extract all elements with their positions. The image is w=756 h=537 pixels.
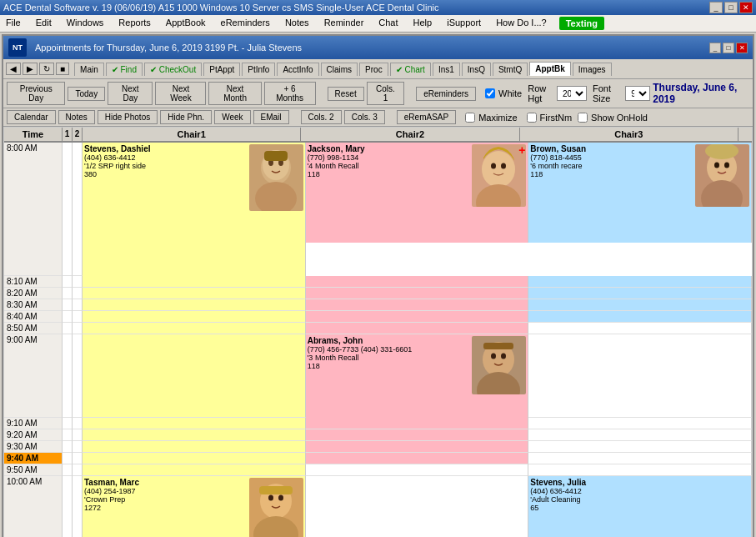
eremASAP-button[interactable]: eRemASAP bbox=[397, 110, 456, 124]
menu-apptbook[interactable]: ApptBook bbox=[163, 17, 208, 30]
tab-apptbk[interactable]: ApptBk bbox=[529, 62, 571, 76]
forward-button[interactable]: ▶ bbox=[23, 63, 38, 75]
cols1-button[interactable]: Cols. 1 bbox=[367, 82, 404, 105]
chair2-8-40[interactable] bbox=[306, 311, 529, 323]
tab-ins1[interactable]: Ins1 bbox=[433, 63, 460, 76]
font-size-select[interactable]: 91011 bbox=[625, 86, 650, 101]
chair3-9-20[interactable] bbox=[528, 429, 752, 441]
email-button[interactable]: EMail bbox=[253, 110, 289, 124]
next-month-button[interactable]: Next Month bbox=[208, 82, 261, 105]
chair1-9-30[interactable] bbox=[83, 441, 306, 453]
tab-ptinfo[interactable]: PtInfo bbox=[242, 63, 275, 76]
close-button[interactable]: ✕ bbox=[739, 2, 753, 13]
appt-stevens-dashiel[interactable]: Stevens, Dashiel (404) 636-4412 '1/2 SRP… bbox=[83, 143, 306, 276]
plus6-button[interactable]: + 6 Months bbox=[264, 82, 316, 105]
chair2-9-30[interactable] bbox=[306, 441, 529, 453]
cols2-button[interactable]: Cols. 2 bbox=[301, 110, 342, 124]
chair3-8-10[interactable] bbox=[528, 276, 752, 288]
chair1-9-10[interactable] bbox=[83, 418, 306, 429]
chair1-8-10[interactable] bbox=[83, 276, 306, 288]
chair3-8-20[interactable] bbox=[528, 288, 752, 299]
tab-ptappt[interactable]: PtAppt bbox=[203, 63, 240, 76]
white-checkbox[interactable] bbox=[485, 88, 495, 98]
calendar-button[interactable]: Calendar bbox=[7, 110, 56, 124]
menu-reports[interactable]: Reports bbox=[116, 17, 153, 30]
chair3-8-50[interactable] bbox=[528, 323, 752, 334]
chair1-8-20[interactable] bbox=[83, 288, 306, 299]
chair1-8-50[interactable] bbox=[83, 323, 306, 334]
maximize-button[interactable]: □ bbox=[724, 2, 738, 13]
chair3-9-50[interactable] bbox=[528, 464, 752, 476]
tab-find[interactable]: ✔ Find bbox=[106, 63, 143, 76]
appt-brown-susan[interactable]: Brown, Susan (770) 818-4455 '6 month rec… bbox=[528, 143, 752, 243]
menu-windows[interactable]: Windows bbox=[64, 17, 107, 30]
chair3-9-30[interactable] bbox=[528, 441, 752, 453]
tab-images[interactable]: Images bbox=[573, 63, 612, 76]
chair3-8-40[interactable] bbox=[528, 311, 752, 323]
menu-isupport[interactable]: iSupport bbox=[444, 17, 483, 30]
tab-chart[interactable]: ✔ Chart bbox=[390, 63, 431, 76]
tab-proc[interactable]: Proc bbox=[359, 63, 388, 76]
menu-howdoi[interactable]: How Do I...? bbox=[493, 17, 549, 30]
texting-button[interactable]: Texting bbox=[559, 17, 604, 30]
chair2-8-20[interactable] bbox=[306, 288, 529, 299]
window-minimize[interactable]: _ bbox=[709, 43, 721, 53]
menu-edit[interactable]: Edit bbox=[33, 17, 54, 30]
menu-file[interactable]: File bbox=[3, 17, 23, 30]
chair1-9-40[interactable] bbox=[83, 453, 306, 464]
chair2-9-10[interactable] bbox=[306, 418, 529, 429]
appt-jackson-mary[interactable]: + Jackson, Mary (770) 998-1134 '4 Month … bbox=[306, 143, 529, 243]
chair2-9-50[interactable] bbox=[306, 464, 529, 476]
chair3-9-00[interactable] bbox=[528, 334, 752, 418]
chair1-8-40[interactable] bbox=[83, 311, 306, 323]
tab-claims[interactable]: Claims bbox=[321, 63, 358, 76]
maximize-checkbox[interactable] bbox=[465, 113, 475, 123]
ereminders-button[interactable]: eReminders bbox=[416, 87, 476, 101]
reset-button[interactable]: Reset bbox=[328, 87, 364, 101]
cols3-button[interactable]: Cols. 3 bbox=[344, 110, 385, 124]
chair1-9-00[interactable] bbox=[83, 334, 306, 418]
hide-phn-button[interactable]: Hide Phn. bbox=[160, 110, 212, 124]
menu-ereminders[interactable]: eReminders bbox=[218, 17, 273, 30]
chair1-9-50[interactable] bbox=[83, 464, 306, 476]
tab-acctinfo[interactable]: AcctInfo bbox=[277, 63, 318, 76]
appt-abrams-john[interactable]: Abrams, John (770) 456-7733 (404) 331-66… bbox=[306, 334, 529, 418]
chair2-8-50[interactable] bbox=[306, 323, 529, 334]
tab-main[interactable]: Main bbox=[74, 63, 104, 76]
chair2-9-40[interactable] bbox=[306, 453, 529, 464]
today-button[interactable]: Today bbox=[68, 87, 105, 101]
menu-reminder[interactable]: Reminder bbox=[322, 17, 367, 30]
chair2-8-30[interactable] bbox=[306, 299, 529, 311]
next-week-button[interactable]: Next Week bbox=[155, 82, 206, 105]
tab-stmtq[interactable]: StmtQ bbox=[493, 63, 528, 76]
chair1-9-20[interactable] bbox=[83, 429, 306, 441]
chair2-8-10[interactable] bbox=[306, 276, 529, 288]
chair3-9-40[interactable] bbox=[528, 453, 752, 464]
stop-button[interactable]: ■ bbox=[56, 63, 69, 75]
appt-tasman-marc[interactable]: Tasman, Marc (404) 254-1987 'Crown Prep … bbox=[83, 476, 306, 537]
menu-notes[interactable]: Notes bbox=[283, 17, 312, 30]
notes-button[interactable]: Notes bbox=[58, 110, 95, 124]
next-day-button[interactable]: Next Day bbox=[108, 82, 153, 105]
tab-checkout[interactable]: ✔ CheckOut bbox=[144, 63, 202, 76]
tab-insq[interactable]: InsQ bbox=[462, 63, 491, 76]
chair3-9-10[interactable] bbox=[528, 418, 752, 429]
window-maximize[interactable]: □ bbox=[723, 43, 734, 53]
chair2-10-00[interactable] bbox=[306, 476, 529, 537]
row-hgt-select[interactable]: 202530 bbox=[557, 86, 587, 101]
menu-chat[interactable]: Chat bbox=[376, 17, 400, 30]
chair2-9-20[interactable] bbox=[306, 429, 529, 441]
window-close[interactable]: ✕ bbox=[736, 43, 748, 53]
chair1-8-30[interactable] bbox=[83, 299, 306, 311]
appt-stevens-julia-cleaning[interactable]: Stevens, Julia (404) 636-4412 'Adult Cle… bbox=[528, 476, 752, 537]
firstnm-checkbox[interactable] bbox=[527, 113, 537, 123]
prev-day-button[interactable]: Previous Day bbox=[7, 82, 65, 105]
hide-photos-button[interactable]: Hide Photos bbox=[98, 110, 158, 124]
cal-body[interactable]: 8:00 AM Stevens, Dashiel (404) 636-4412 … bbox=[4, 143, 752, 537]
menu-help[interactable]: Help bbox=[411, 17, 435, 30]
showonhold-checkbox[interactable] bbox=[578, 113, 588, 123]
week-button[interactable]: Week bbox=[214, 110, 250, 124]
chair3-8-30[interactable] bbox=[528, 299, 752, 311]
refresh-button[interactable]: ↻ bbox=[39, 63, 54, 75]
minimize-button[interactable]: _ bbox=[709, 2, 723, 13]
